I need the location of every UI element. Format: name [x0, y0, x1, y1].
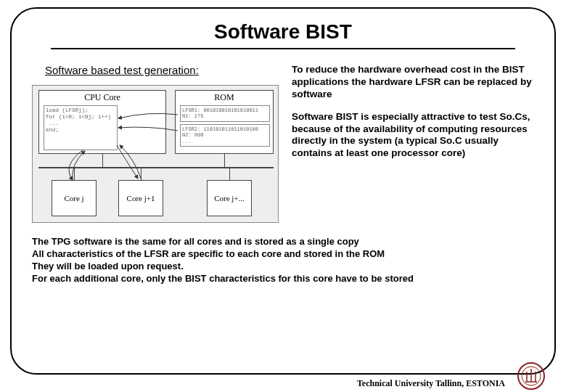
- core-j1: Core j+1: [118, 180, 163, 216]
- bottom-line-1: The TPG software is the same for all cor…: [32, 236, 534, 248]
- stub-cpu: [102, 154, 103, 167]
- footer-text: Technical University Tallinn, ESTONIA: [357, 378, 505, 389]
- cpu-core-box: CPU Core load (LFSRj); for (i=0; i<Nj; i…: [38, 90, 166, 154]
- university-logo-icon: [517, 362, 546, 391]
- cpu-label: CPU Core: [39, 91, 165, 103]
- paragraph-1: To reduce the hardware overhead cost in …: [292, 64, 534, 101]
- rom-data-2: LFSR2: 110101011011010100 N2: 900 ...: [180, 124, 270, 147]
- right-column: To reduce the hardware overhead cost in …: [292, 64, 534, 223]
- subtitle: Software based test generation:: [45, 64, 279, 76]
- bottom-line-4: For each additional core, only the BIST …: [32, 273, 534, 285]
- stub-core3: [229, 167, 230, 180]
- page-title: Software BIST: [32, 20, 534, 44]
- bottom-line-2: All characteristics of the LFSR are spec…: [32, 248, 534, 261]
- rom-label: ROM: [176, 91, 273, 103]
- stub-rom: [224, 154, 225, 167]
- core-j: Core j: [52, 180, 97, 216]
- left-column: Software based test generation: CPU Core…: [32, 64, 279, 223]
- title-underline: [51, 48, 515, 49]
- rom-box: ROM LFSR1: 001010010101010011 N1: 275 LF…: [175, 90, 274, 154]
- slide-content: Software BIST Software based test genera…: [10, 7, 556, 375]
- bottom-line-3: They will be loaded upon request.: [32, 261, 534, 273]
- stub-core1: [74, 167, 75, 180]
- diagram: CPU Core load (LFSRj); for (i=0; i<Nj; i…: [32, 85, 279, 223]
- main-row: Software based test generation: CPU Core…: [32, 64, 534, 223]
- bottom-text: The TPG software is the same for all cor…: [32, 236, 534, 285]
- stub-core2: [141, 167, 142, 180]
- core-jn: Core j+...: [207, 180, 252, 216]
- rom-data-1: LFSR1: 001010010101010011 N1: 275: [180, 105, 270, 122]
- paragraph-2: Software BIST is especially attractive t…: [292, 111, 534, 160]
- cpu-code: load (LFSRj); for (i=0; i<Nj; i++) ... e…: [44, 105, 118, 150]
